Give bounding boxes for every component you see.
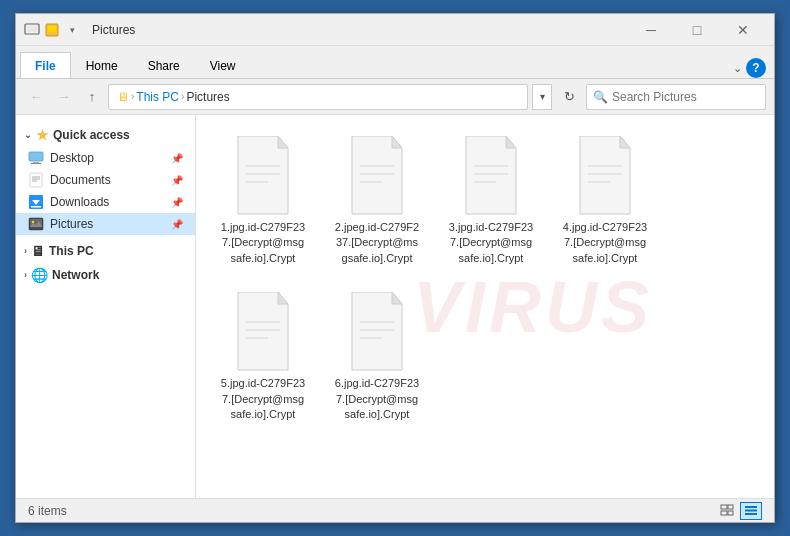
window-controls: ─ □ ✕ bbox=[628, 14, 766, 46]
quick-access-icon1[interactable] bbox=[24, 22, 40, 38]
documents-label: Documents bbox=[50, 173, 163, 187]
maximize-button[interactable]: □ bbox=[674, 14, 720, 46]
pictures-label: Pictures bbox=[50, 217, 163, 231]
svg-point-17 bbox=[32, 221, 34, 223]
ribbon-collapse-icon[interactable]: ⌄ bbox=[733, 62, 742, 75]
file-icon-2 bbox=[342, 136, 412, 216]
search-box[interactable]: 🔍 bbox=[586, 84, 766, 110]
breadcrumb-pictures: Pictures bbox=[186, 90, 229, 104]
sidebar-item-documents[interactable]: Documents 📌 bbox=[16, 169, 195, 191]
svg-rect-1 bbox=[27, 26, 37, 32]
downloads-icon bbox=[28, 194, 44, 210]
sidebar: ⌄ ★ Quick access Desktop 📌 bbox=[16, 115, 196, 498]
network-header[interactable]: › 🌐 Network bbox=[16, 263, 195, 287]
tab-share[interactable]: Share bbox=[133, 52, 195, 78]
svg-rect-7 bbox=[30, 173, 42, 187]
minimize-button[interactable]: ─ bbox=[628, 14, 674, 46]
this-pc-icon: 🖥 bbox=[31, 243, 45, 259]
ribbon: File Home Share View ⌄ ? bbox=[16, 46, 774, 79]
svg-marker-39 bbox=[278, 292, 288, 304]
refresh-button[interactable]: ↻ bbox=[556, 84, 582, 110]
this-pc-label: This PC bbox=[49, 244, 94, 258]
svg-rect-52 bbox=[745, 506, 757, 508]
pictures-icon bbox=[28, 216, 44, 232]
tab-file[interactable]: File bbox=[20, 52, 71, 78]
file-name-6: 6.jpg.id-C279F237.[Decrypt@msgsafe.io].C… bbox=[335, 376, 419, 422]
file-name-5: 5.jpg.id-C279F237.[Decrypt@msgsafe.io].C… bbox=[221, 376, 305, 422]
file-icon-5 bbox=[228, 292, 298, 372]
network-expand-icon: › bbox=[24, 270, 27, 280]
file-item[interactable]: 4.jpg.id-C279F237.[Decrypt@msgsafe.io].C… bbox=[550, 127, 660, 275]
svg-rect-6 bbox=[31, 163, 41, 164]
dropdown-arrow[interactable]: ▾ bbox=[64, 22, 80, 38]
watermark-text: VIRUS bbox=[413, 266, 653, 348]
close-button[interactable]: ✕ bbox=[720, 14, 766, 46]
title-bar-icons: ▾ bbox=[24, 22, 80, 38]
quick-access-star-icon: ★ bbox=[36, 127, 49, 143]
file-icon-6 bbox=[342, 292, 412, 372]
window-title: Pictures bbox=[88, 23, 628, 37]
svg-marker-29 bbox=[506, 136, 516, 148]
file-item[interactable]: 5.jpg.id-C279F237.[Decrypt@msgsafe.io].C… bbox=[208, 283, 318, 431]
content-area: ⌄ ★ Quick access Desktop 📌 bbox=[16, 115, 774, 498]
pictures-pin: 📌 bbox=[171, 219, 183, 230]
desktop-label: Desktop bbox=[50, 151, 163, 165]
file-item[interactable]: 3.jpg.id-C279F237.[Decrypt@msgsafe.io].C… bbox=[436, 127, 546, 275]
svg-rect-53 bbox=[745, 509, 757, 511]
this-pc-header[interactable]: › 🖥 This PC bbox=[16, 239, 195, 263]
network-label: Network bbox=[52, 268, 99, 282]
file-icon-4 bbox=[570, 136, 640, 216]
svg-rect-4 bbox=[29, 152, 43, 161]
svg-rect-3 bbox=[48, 26, 56, 32]
status-bar: 6 items bbox=[16, 498, 774, 522]
svg-marker-24 bbox=[392, 136, 402, 148]
tab-home[interactable]: Home bbox=[71, 52, 133, 78]
quick-access-header[interactable]: ⌄ ★ Quick access bbox=[16, 123, 195, 147]
title-bar: ▾ Pictures ─ □ ✕ bbox=[16, 14, 774, 46]
address-dropdown[interactable]: ▾ bbox=[532, 84, 552, 110]
list-view-button[interactable] bbox=[716, 502, 738, 520]
sidebar-item-desktop[interactable]: Desktop 📌 bbox=[16, 147, 195, 169]
breadcrumb-this-pc[interactable]: This PC bbox=[136, 90, 179, 104]
file-icon-1 bbox=[228, 136, 298, 216]
breadcrumb: 🖥 › This PC › Pictures bbox=[117, 90, 519, 104]
sidebar-item-downloads[interactable]: Downloads 📌 bbox=[16, 191, 195, 213]
svg-rect-13 bbox=[31, 206, 41, 208]
file-icon-3 bbox=[456, 136, 526, 216]
svg-rect-48 bbox=[721, 505, 727, 509]
search-icon: 🔍 bbox=[593, 90, 608, 104]
svg-rect-54 bbox=[745, 513, 757, 515]
ribbon-tabs: File Home Share View ⌄ ? bbox=[16, 46, 774, 78]
svg-marker-19 bbox=[278, 136, 288, 148]
file-name-2: 2.jpeg.id-C279F237.[Decrypt@msgsafe.io].… bbox=[335, 220, 419, 266]
network-icon: 🌐 bbox=[31, 267, 48, 283]
back-button[interactable]: ← bbox=[24, 85, 48, 109]
breadcrumb-sep1: › bbox=[131, 91, 134, 102]
forward-button[interactable]: → bbox=[52, 85, 76, 109]
file-name-3: 3.jpg.id-C279F237.[Decrypt@msgsafe.io].C… bbox=[449, 220, 533, 266]
address-path[interactable]: 🖥 › This PC › Pictures bbox=[108, 84, 528, 110]
file-item[interactable]: 2.jpeg.id-C279F237.[Decrypt@msgsafe.io].… bbox=[322, 127, 432, 275]
address-bar: ← → ↑ 🖥 › This PC › Pictures ▾ ↻ 🔍 bbox=[16, 79, 774, 115]
documents-icon bbox=[28, 172, 44, 188]
desktop-icon bbox=[28, 150, 44, 166]
tile-view-button[interactable] bbox=[740, 502, 762, 520]
sidebar-item-pictures[interactable]: Pictures 📌 bbox=[16, 213, 195, 235]
svg-rect-51 bbox=[728, 511, 733, 515]
desktop-pin: 📌 bbox=[171, 153, 183, 164]
svg-rect-49 bbox=[728, 505, 733, 509]
documents-pin: 📌 bbox=[171, 175, 183, 186]
file-name-1: 1.jpg.id-C279F237.[Decrypt@msgsafe.io].C… bbox=[221, 220, 305, 266]
file-name-4: 4.jpg.id-C279F237.[Decrypt@msgsafe.io].C… bbox=[563, 220, 647, 266]
file-item[interactable]: 6.jpg.id-C279F237.[Decrypt@msgsafe.io].C… bbox=[322, 283, 432, 431]
item-count: 6 items bbox=[28, 504, 67, 518]
up-button[interactable]: ↑ bbox=[80, 85, 104, 109]
svg-marker-44 bbox=[392, 292, 402, 304]
quick-access-label: Quick access bbox=[53, 128, 130, 142]
tab-view[interactable]: View bbox=[195, 52, 251, 78]
help-icon[interactable]: ? bbox=[746, 58, 766, 78]
quick-access-icon2[interactable] bbox=[44, 22, 60, 38]
search-input[interactable] bbox=[612, 90, 759, 104]
quick-access-expand-icon: ⌄ bbox=[24, 130, 32, 140]
file-item[interactable]: 1.jpg.id-C279F237.[Decrypt@msgsafe.io].C… bbox=[208, 127, 318, 275]
